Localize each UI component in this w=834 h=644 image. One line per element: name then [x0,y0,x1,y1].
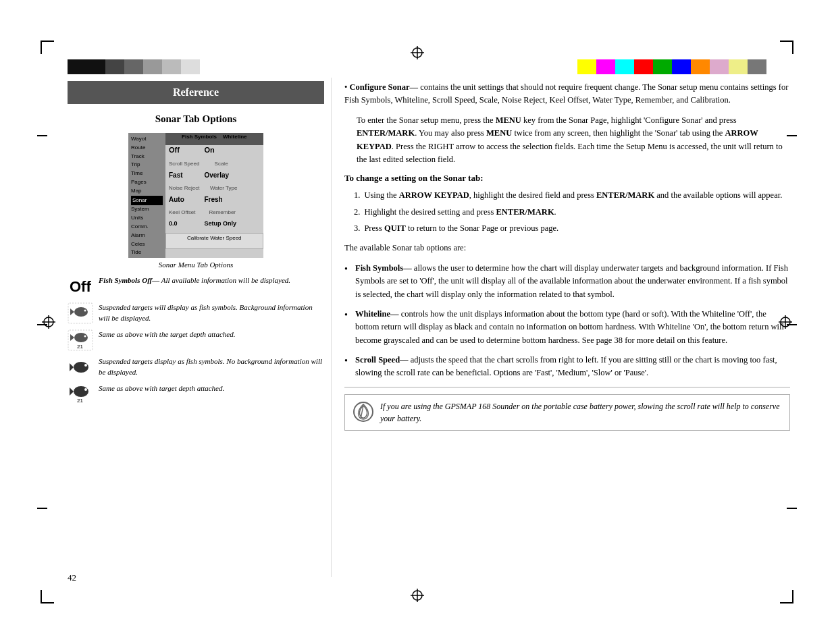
top-bar-left [68,59,200,74]
whiteline-bold: Whiteline— [355,309,399,319]
svg-marker-18 [70,334,74,341]
fish-symbols-section: Off Fish Symbols Off— All available info… [68,275,324,405]
svg-point-13 [74,307,88,317]
color-block-yellow [577,59,596,74]
color-block-2 [86,59,105,74]
crosshair-top-wrapper [411,46,424,59]
fish-icon-off: Off [68,275,93,297]
menu-nav-item: System [131,205,163,214]
crosshair-left-wrapper [42,315,55,329]
configure-sonar-para: • Configure Sonar— contains the unit set… [344,81,790,107]
color-block-magenta [596,59,615,74]
fish-text-5-content: Same as above with target depth attached… [99,384,224,392]
arrow-keypad-1: ARROW KEYPAD [357,128,758,151]
menu-nav-item: Wayot [131,135,163,144]
step-num-2: 2. [354,206,360,219]
color-block-6 [162,59,181,74]
fish-row-4: Suspended targets display as fish symbol… [68,356,324,378]
step-1: 1. Using the ARROW KEYPAD, highlight the… [354,189,790,202]
fish-text-5: Same as above with target depth attached… [99,383,324,394]
svg-point-27 [84,388,87,391]
section-rule [344,387,790,387]
fish-text-1: Fish Symbols Off— All available informat… [99,275,324,286]
menu-nav-item: Celes [131,240,163,249]
menu-row-label: Noise Reject Water Type [165,185,263,195]
menu-cell: Fresh [201,195,263,209]
menu-key-2: MENU [486,128,512,138]
bullet-content-1: Fish Symbols— allows the user to determi… [355,262,790,301]
step-2: 2. Highlight the desired setting and pre… [354,206,790,219]
menu-nav-item: Tide [131,248,163,257]
fish-bold-1: Fish Symbols Off— [99,276,159,284]
menu-cell: On [201,145,263,161]
color-block-3 [105,59,124,74]
step-text-1: Using the ARROW KEYPAD, highlight the de… [364,189,782,202]
sonar-menu-caption: Sonar Menu Tab Options [68,261,324,269]
menu-nav-item-active: Sonar [131,196,163,206]
fish-row-2: Suspended targets will display as fish s… [68,302,324,324]
menu-cell: 0.0 [165,219,201,233]
menu-row-label: Keel Offset Remember [165,209,263,219]
step-text-2: Highlight the desired setting and press … [364,206,556,219]
color-block-1 [68,59,86,74]
color-block-7 [181,59,200,74]
fish-icon-dots [68,302,93,324]
svg-point-25 [74,386,88,397]
note-text: If you are using the GPSMAP 168 Sounder … [380,400,781,425]
bullet-dot-3: • [344,354,355,369]
enter-mark-key-1: ENTER/MARK [357,128,415,138]
crosshair-bottom-wrapper [411,589,424,602]
bullet-dot-2: • [344,308,355,323]
section-title: Sonar Tab Options [68,113,324,125]
bullet-whiteline: • Whiteline— controls how the unit displ… [344,308,790,347]
menu-key-1: MENU [496,115,521,125]
step-num-1: 1. [354,189,360,202]
tick-left-top [37,135,47,136]
top-bar-right [577,59,766,74]
available-intro: The available Sonar tab options are: [344,242,790,254]
reference-header: Reference [68,81,324,104]
fish-row-5: 21 Same as above with target depth attac… [68,383,324,405]
fish-row-1: Off Fish Symbols Off— All available info… [68,275,324,297]
fish-row-3: 21 Same as above with the target depth a… [68,329,324,351]
reference-label: Reference [173,86,219,98]
bullet-content-2: Whiteline— controls how the unit display… [355,308,790,347]
left-column: Reference Sonar Tab Options Wayot Route … [68,81,324,590]
sonar-tab-subheading: To change a setting on the Sonar tab: [344,173,790,184]
menu-cell-calibrate: Calibrate Water Speed [165,233,263,248]
step-text-3: Press QUIT to return to the Sonar Page o… [364,222,558,235]
menu-nav-item: Units [131,214,163,223]
enter-mark-step1: ENTER/MARK [596,190,654,200]
fish-icon-solid-21: 21 [68,383,93,405]
quit-key: QUIT [384,223,406,233]
menu-cell: Setup Only [201,219,263,233]
menu-cell: Auto [165,195,201,209]
enter-mark-step2: ENTER/MARK [496,207,554,217]
bullet-content-3: Scroll Speed— adjusts the speed that the… [355,354,790,380]
color-block-green [653,59,672,74]
configure-sonar-bold: Configure Sonar— [350,82,419,92]
fish-text-4-content: Suspended targets display as fish symbol… [99,357,322,375]
step-num-3: 3. [354,222,360,235]
menu-row-label: Scroll Speed Scale [165,161,263,171]
color-block-5 [143,59,162,74]
menu-nav-item: Pages [131,178,163,187]
note-icon [353,402,373,422]
menu-nav-item: Alarm [131,232,163,240]
corner-mark-tl [41,41,54,54]
menu-nav-item: Map [131,187,163,196]
color-block-cyan [615,59,634,74]
svg-point-15 [84,310,86,312]
fish-text-2-content: Suspended targets will display as fish s… [99,303,313,321]
step-3: 3. Press QUIT to return to the Sonar Pag… [354,222,790,235]
menu-header: Fish Symbols Whiteline [165,133,263,145]
menu-nav-item: Track [131,153,163,161]
svg-text:21: 21 [77,344,83,350]
fish-symbols-bold: Fish Symbols— [355,263,412,273]
fish-text-3-content: Same as above with the target depth atta… [99,330,235,338]
bullet-scroll-speed: • Scroll Speed— adjusts the speed that t… [344,354,790,380]
color-block-gray [748,59,766,74]
tick-left-bot [37,508,47,509]
fish-icon-solid [68,356,93,378]
page-number: 42 [68,572,76,583]
